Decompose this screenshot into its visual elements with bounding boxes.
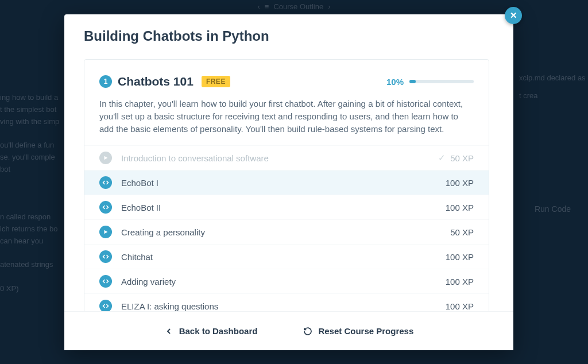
lesson-xp: 100 XP <box>446 277 474 286</box>
close-button[interactable]: ✕ <box>505 7 522 24</box>
modal-header: Building Chatbots in Python <box>64 14 513 56</box>
modal-footer: Back to Dashboard Reset Course Progress <box>64 311 513 350</box>
lesson-title: Creating a personality <box>121 227 441 237</box>
lesson-xp: 50 XP <box>450 227 474 237</box>
scroll-area[interactable]: 1 Chatbots 101 FREE 10% In this chapter,… <box>84 56 500 311</box>
lesson-xp: 100 XP <box>446 252 474 262</box>
lesson-xp-value: 100 XP <box>446 252 474 262</box>
lesson-xp-value: 100 XP <box>446 277 474 286</box>
course-outline-modal: ✕ Building Chatbots in Python 1 Chatbots… <box>64 14 513 350</box>
chapter-header: 1 Chatbots 101 FREE 10% <box>99 75 474 88</box>
chapter-number-badge: 1 <box>99 75 112 88</box>
lesson-xp: 100 XP <box>446 301 474 311</box>
bg-right-text: xcip.md declared as t crea <box>519 69 588 104</box>
chapter-description: In this chapter, you'll learn how to bui… <box>99 98 474 135</box>
lesson-xp-value: 50 XP <box>450 227 474 237</box>
code-icon <box>99 250 112 263</box>
lesson-title: EchoBot I <box>121 178 436 188</box>
lesson-title: ELIZA I: asking questions <box>121 301 436 311</box>
lesson-xp-value: 100 XP <box>446 178 474 188</box>
progress-bar-fill <box>409 80 416 83</box>
check-icon: ✓ <box>438 153 446 163</box>
lesson-title: EchoBot II <box>121 203 436 212</box>
lesson-row[interactable]: Adding variety100 XP <box>84 269 489 293</box>
lesson-title: Adding variety <box>121 277 436 286</box>
lesson-row[interactable]: Chitchat100 XP <box>84 244 489 269</box>
play-icon <box>99 226 112 238</box>
code-icon <box>99 275 112 288</box>
svg-marker-1 <box>105 230 108 234</box>
svg-marker-0 <box>105 156 108 160</box>
bg-run-code: Run Code <box>535 204 571 214</box>
lesson-xp: 100 XP <box>446 178 474 188</box>
code-icon <box>99 300 112 311</box>
back-to-dashboard-button[interactable]: Back to Dashboard <box>164 326 258 336</box>
chapter-title: Chatbots 101 <box>118 75 194 88</box>
lesson-title: Introduction to conversational software <box>121 153 429 163</box>
chapter-card: 1 Chatbots 101 FREE 10% In this chapter,… <box>84 59 489 311</box>
free-badge: FREE <box>202 76 230 87</box>
page-title: Building Chatbots in Python <box>84 28 494 44</box>
chevron-left-icon <box>164 327 173 336</box>
lesson-row[interactable]: Introduction to conversational software✓… <box>84 145 489 170</box>
modal-body: 1 Chatbots 101 FREE 10% In this chapter,… <box>64 56 513 311</box>
reset-label: Reset Course Progress <box>318 326 413 336</box>
chapter-progress: 10% <box>386 77 474 87</box>
code-icon <box>99 201 112 214</box>
reset-icon <box>303 327 312 336</box>
lesson-row[interactable]: ELIZA I: asking questions100 XP <box>84 293 489 311</box>
lesson-title: Chitchat <box>121 252 436 262</box>
play-icon <box>99 152 112 164</box>
reset-progress-button[interactable]: Reset Course Progress <box>303 326 413 336</box>
lesson-xp-value: 50 XP <box>450 153 474 163</box>
lesson-list: Introduction to conversational software✓… <box>84 145 489 311</box>
progress-percent: 10% <box>386 77 404 87</box>
lesson-xp: 100 XP <box>446 203 474 212</box>
lesson-xp: ✓50 XP <box>438 153 474 163</box>
bg-left-text: ing how to build a t the simplest bot vi… <box>0 92 75 295</box>
close-icon: ✕ <box>510 10 517 21</box>
lesson-xp-value: 100 XP <box>446 301 474 311</box>
chevron-left-icon: ‹ <box>258 2 260 11</box>
bg-course-outline: ‹ ≡ Course Outline › <box>258 2 331 11</box>
lesson-row[interactable]: EchoBot I100 XP <box>84 170 489 195</box>
lesson-row[interactable]: Creating a personality50 XP <box>84 219 489 244</box>
chevron-right-icon: › <box>328 2 330 11</box>
back-label: Back to Dashboard <box>179 326 258 336</box>
lesson-row[interactable]: EchoBot II100 XP <box>84 195 489 219</box>
lesson-xp-value: 100 XP <box>446 203 474 212</box>
progress-bar <box>409 80 474 83</box>
code-icon <box>99 176 112 189</box>
